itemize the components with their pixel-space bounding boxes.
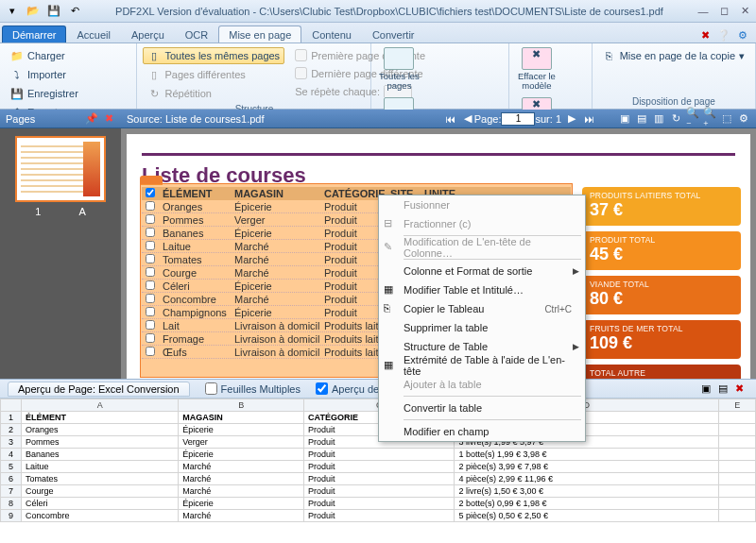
source-title: Source: Liste de courses1.pdf xyxy=(127,113,265,125)
ctx-copier[interactable]: ⎘Copier le TableauCtrl+C xyxy=(379,299,585,318)
row-checkbox[interactable] xyxy=(146,241,155,250)
feuilles-input[interactable] xyxy=(205,382,217,395)
app-close-icon[interactable]: ✖ xyxy=(697,27,713,42)
repetition-button[interactable]: ↻Répétition xyxy=(143,85,284,102)
ribbon: 📁Charger ⤵Importer 💾Enregistrer ⤴Exporte… xyxy=(0,43,756,110)
preview-tab[interactable]: Aperçu de Page: Excel Conversion xyxy=(8,382,190,397)
ctx-colformat[interactable]: Colonne et Format de sortie▶ xyxy=(379,262,585,280)
select-all-checkbox[interactable] xyxy=(146,188,155,197)
total-card: PRODUITS LAITIERS TOTAL37 € xyxy=(582,187,741,226)
serepete-label: Se répète chaque: xyxy=(295,86,380,97)
close-button[interactable]: ✕ xyxy=(737,5,752,18)
qat-menu-icon[interactable]: ▾ xyxy=(4,3,21,20)
submenu-arrow-icon: ▶ xyxy=(573,266,579,276)
preview-btn1-icon[interactable]: ▣ xyxy=(701,382,714,396)
col-header[interactable]: E xyxy=(719,399,756,412)
fit-icon[interactable]: ⬚ xyxy=(720,112,733,126)
toutesles-button[interactable]: Toutes les pages xyxy=(377,47,421,92)
tab-apercu[interactable]: Aperçu xyxy=(121,25,175,42)
pages-panel-title: Pages xyxy=(6,113,35,125)
ctx-modchamp[interactable]: Modifier en champ xyxy=(379,422,585,441)
enregistrer-button[interactable]: 💾Enregistrer xyxy=(6,85,83,102)
page-input[interactable] xyxy=(501,112,535,126)
repeat-icon: ↻ xyxy=(147,87,161,100)
ribbon-tabbar: Démarrer Accueil Aperçu OCR Mise en page… xyxy=(0,23,756,43)
settings-icon[interactable]: ⚙ xyxy=(735,27,750,42)
view3-icon[interactable]: ▥ xyxy=(652,112,665,126)
preview-close-icon[interactable]: ✖ xyxy=(735,382,748,396)
ctx-modtable[interactable]: ▦Modifier Table et Intitulé… xyxy=(379,280,585,299)
minimize-button[interactable]: — xyxy=(696,5,711,18)
preview-row[interactable]: 9ConcombreMarchéProduit5 pièce(s) 0,50 €… xyxy=(1,510,756,522)
feuilles-checkbox[interactable]: Feuilles Multiples xyxy=(205,382,301,395)
view1-icon[interactable]: ▣ xyxy=(618,112,631,126)
toutesmemes-button[interactable]: ▯Toutes les mêmes pages xyxy=(143,47,284,64)
settings2-icon[interactable]: ⚙ xyxy=(737,112,750,126)
preview-row[interactable]: 8CéleriÉpicerieProduit2 botte(s) 0,99 € … xyxy=(1,498,756,510)
rotate-icon[interactable]: ↻ xyxy=(669,112,682,126)
tab-convertir[interactable]: Convertir xyxy=(362,25,425,42)
row-checkbox[interactable] xyxy=(146,294,155,303)
row-checkbox[interactable] xyxy=(146,347,155,356)
preview-row[interactable]: 7CourgeMarchéProduit2 livre(s) 1,50 € 3,… xyxy=(1,485,756,498)
preview-row[interactable]: 10ChampignonsÉpicerieProduit0,5 livre(s)… xyxy=(1,522,756,523)
preview-row[interactable]: 6TomatesMarchéProduit4 pièce(s) 2,99 € 1… xyxy=(1,473,756,485)
tab-accueil[interactable]: Accueil xyxy=(66,25,120,42)
effacermodele-button[interactable]: ✖Effacer le modèle xyxy=(515,47,558,92)
importer-button[interactable]: ⤵Importer xyxy=(6,66,71,83)
misecopie-button[interactable]: ⎘Mise en page de la copie▾ xyxy=(598,47,749,64)
view2-icon[interactable]: ▤ xyxy=(635,112,648,126)
importer-label: Importer xyxy=(27,69,66,80)
ctx-fractionner: ⊟Fractionner (c) xyxy=(379,214,585,233)
ctx-supprimer[interactable]: Supprimer la table xyxy=(379,318,585,337)
window-title: PDF2XL Version d'évaluation - C:\Users\C… xyxy=(83,6,696,17)
pagesdiff-button[interactable]: ▯Pages différentes xyxy=(143,66,284,83)
row-checkbox[interactable] xyxy=(146,201,155,211)
ctx-extremite[interactable]: ▦Extrémité de Table à l'aide de L'en-têt… xyxy=(379,356,585,375)
row-checkbox[interactable] xyxy=(146,267,155,277)
row-checkbox[interactable] xyxy=(146,228,155,237)
col-header[interactable]: B xyxy=(179,399,304,412)
ctx-copier-shortcut: Ctrl+C xyxy=(544,304,572,314)
nav-next-icon[interactable]: ▶ xyxy=(565,112,578,126)
pages-close-icon[interactable]: ✖ xyxy=(102,112,115,126)
undo-icon[interactable]: ↶ xyxy=(66,3,83,20)
zoom-out-icon[interactable]: 🔍⁻ xyxy=(686,112,699,126)
nav-first-icon[interactable]: ⏮ xyxy=(444,112,457,126)
ctx-structure[interactable]: Structure de Table▶ xyxy=(379,337,585,356)
row-checkbox[interactable] xyxy=(146,280,155,290)
row-checkbox[interactable] xyxy=(146,320,155,330)
save-icon[interactable]: 💾 xyxy=(45,3,62,20)
col-header[interactable]: A xyxy=(22,399,179,412)
premierediff-input[interactable] xyxy=(295,49,307,61)
submenu-arrow-icon: ▶ xyxy=(573,342,579,351)
ctx-ajouter: Ajouter à la table xyxy=(379,375,585,394)
divider xyxy=(142,153,735,156)
zoom-in-icon[interactable]: 🔍⁺ xyxy=(703,112,716,126)
preview-row[interactable]: 5LaitueMarchéProduit2 pièce(s) 3,99 € 7,… xyxy=(1,461,756,473)
row-checkbox[interactable] xyxy=(146,307,155,316)
row-checkbox[interactable] xyxy=(146,254,155,263)
tab-miseenpage[interactable]: Mise en page xyxy=(218,25,301,42)
tab-demarrer[interactable]: Démarrer xyxy=(2,25,66,42)
pages-pin-icon[interactable]: 📌 xyxy=(85,112,98,126)
tailles-input[interactable] xyxy=(316,382,328,395)
nav-last-icon[interactable]: ⏭ xyxy=(582,112,595,126)
tab-contenu[interactable]: Contenu xyxy=(301,25,362,42)
page-thumbnail[interactable] xyxy=(15,136,106,202)
preview-btn2-icon[interactable]: ▤ xyxy=(718,382,731,396)
preview-row[interactable]: 4BananesÉpicerieProduit1 botte(s) 1,99 €… xyxy=(1,449,756,461)
maximize-button[interactable]: ◻ xyxy=(716,5,731,18)
ribbon-group-disposition: ⎘Mise en page de la copie▾ Disposition d… xyxy=(593,43,756,109)
row-checkbox[interactable] xyxy=(146,333,155,343)
folder-icon: 📁 xyxy=(10,49,24,62)
charger-button[interactable]: 📁Charger xyxy=(6,47,70,64)
tab-ocr[interactable]: OCR xyxy=(175,25,218,42)
help-icon[interactable]: ❔ xyxy=(716,27,731,42)
nav-prev-icon[interactable]: ◀ xyxy=(461,112,474,126)
open-icon[interactable]: 📂 xyxy=(25,3,42,20)
ctx-convertir[interactable]: Convertir la table xyxy=(379,399,585,417)
dernierediff-input[interactable] xyxy=(295,67,307,79)
titlebar: ▾ 📂 💾 ↶ PDF2XL Version d'évaluation - C:… xyxy=(0,0,756,23)
row-checkbox[interactable] xyxy=(146,214,155,224)
